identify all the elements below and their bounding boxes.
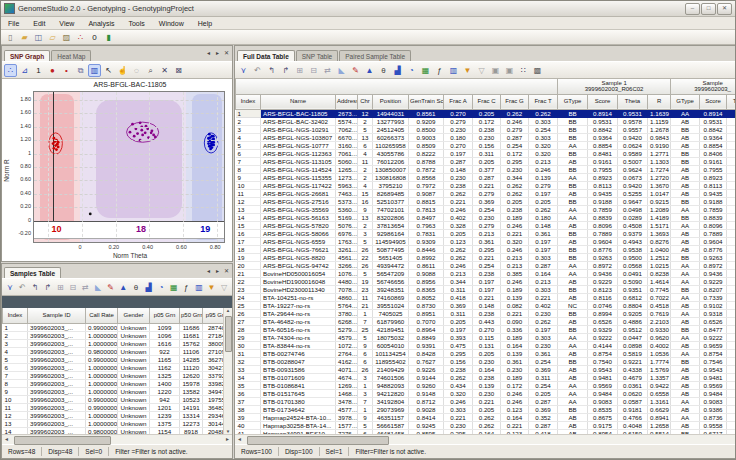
large-point-icon[interactable]: ● [46,64,59,77]
samples-vscroll-thumb[interactable] [225,316,232,352]
table-row[interactable]: 43999602003_...0.9800000Unknown922111062… [3,347,231,355]
columns-icon[interactable]: ▥ [447,64,460,77]
transpose-icon[interactable]: ⇄ [80,281,92,294]
table-row[interactable]: 6ARS-BFGL-NGS-1123637061...4430557860.82… [236,149,736,157]
column-header-frac-t[interactable]: Frac T [529,94,558,109]
filter-rows-icon[interactable]: ⋎ [237,64,250,77]
area-chart-icon[interactable]: ◣ [335,64,348,77]
scroll-tabs-right-icon[interactable]: ▸ [214,267,221,274]
zero-count-label[interactable]: 0 [88,31,101,44]
column-header-gentrain-score[interactable]: GenTrain Score [409,94,444,109]
column-header-frac-a[interactable]: Frac A [444,94,473,109]
save-icon[interactable]: ◫ [32,31,45,44]
theta-plot-icon[interactable]: θ [130,281,142,294]
table-row[interactable]: 8ARS-BFGL-NGS-1145241265...21308500070.7… [236,165,736,173]
table-row[interactable]: 23BovineHD23000113407078...23392483510.8… [236,285,736,293]
theta-plot-icon[interactable]: θ [377,64,390,77]
column-header-gtype[interactable]: GType [671,94,700,109]
menu-file[interactable]: File [1,20,26,27]
scroll-right-icon[interactable]: ► [225,436,230,443]
full-horizontal-scrollbar[interactable]: ◄ ► [235,434,735,444]
snp-scatter-plot[interactable]: 101819 [33,91,225,243]
table-row[interactable]: 2ARS-BFGL-BAC-324025574...2132779930.920… [236,117,736,125]
filter-rows-icon[interactable]: ⋎ [4,281,16,294]
column-header-theta[interactable]: Theta [618,94,648,109]
column-header-r[interactable]: R [648,94,671,109]
function-icon[interactable]: ƒ [433,64,446,77]
single-sample-icon[interactable]: 1 [32,64,45,77]
pie-chart-icon[interactable]: ◔ [405,64,418,77]
scroll-tabs-left-icon[interactable]: ◂ [205,49,212,56]
function-icon[interactable]: ƒ [181,281,193,294]
table-row[interactable]: 73999602003_...1.0000000Unknown132512620… [3,371,231,379]
column-header-gtype[interactable]: GType [558,94,588,109]
table-row[interactable]: 31BTB-002747462764...61011342540.84280.2… [236,349,736,357]
open-project-icon[interactable]: ▰ [18,31,31,44]
scroll-left-icon[interactable]: ◄ [237,436,242,443]
samples-vertical-scrollbar[interactable]: ▲ ▼ [223,308,232,434]
tab-snp-table[interactable]: SNP Table [296,50,338,61]
column-header-frac-c[interactable]: Frac C [473,94,501,109]
image-viewer-icon[interactable]: ▨ [60,31,73,44]
column-header-theta[interactable]: Theta [727,94,735,109]
table-row[interactable]: 24BTA-104251-no-rs4860...11741608690.805… [236,293,736,301]
tab-full-data-table[interactable]: Full Data Table [237,50,295,61]
project-library-icon[interactable]: ▮ [102,31,115,44]
table-row[interactable]: 14ARS-BFGL-NGS-561635169...13832028060.8… [236,213,736,221]
export-all-icon[interactable]: ↱ [42,281,54,294]
close-panel-icon[interactable]: ✕ [223,267,230,274]
table-row[interactable]: 30BTA-83844-no-rs1072...9600540100.93910… [236,341,736,349]
table-row[interactable]: 7ARS-BFGL-NGS-1131055060...11760122060.8… [236,157,736,165]
lasso-select-icon[interactable]: ◌ [130,64,143,77]
table-row[interactable]: 63999602003_...1.0000000Unknown116211120… [3,363,231,371]
select-pointer-icon[interactable]: ↖ [102,64,115,77]
heatmap-icon[interactable]: ▦ [419,64,432,77]
area-chart-icon[interactable]: ◣ [92,281,104,294]
table-row[interactable]: 113999602003_...0.9900000Unknown12011419… [3,403,231,411]
table-row[interactable]: 19ARS-BFGL-NGS-88204561...2256514050.899… [236,253,736,261]
histogram-icon[interactable]: ▟ [391,64,404,77]
table-row[interactable]: 37BTB-017013803478...7341928040.87120.24… [236,397,736,405]
table-row[interactable]: 25BTA-19227-no-rs5764...21395510240.8730… [236,301,736,309]
samples-horizontal-scrollbar[interactable]: ◄ ► [2,434,232,444]
line-plot-icon[interactable]: ⊿ [18,64,31,77]
histogram-icon[interactable]: ▟ [143,281,155,294]
filter-funnel-icon[interactable]: ▼ [206,281,218,294]
table-row[interactable]: 93999602003_...1.0000000Unknown122013582… [3,387,231,395]
table-row[interactable]: 103999602003_...0.9900000Unknown94210523… [3,395,231,403]
tab-snp-graph[interactable]: SNP Graph [4,50,50,61]
table-row[interactable]: 35BTB-010868411269...1948820930.92600.43… [236,381,736,389]
zoom-icon[interactable]: ⌕ [144,64,157,77]
table-row[interactable]: 22BovineHD19000160484480...19567466560.8… [236,277,736,285]
export-displayed-icon[interactable]: ↰ [29,281,41,294]
table-row[interactable]: 123999602003_...1.0000000Unknown12391331… [3,411,231,419]
table-row[interactable]: 23999602003_...1.0000000Unknown109611681… [3,331,231,339]
close-button[interactable]: ✕ [717,3,732,15]
table-row[interactable]: 36BTB-015176451468...3942128200.91480.32… [236,389,736,397]
column-header-p50-grn[interactable]: p50 Grn [180,308,203,323]
table-row[interactable]: 9ARS-BFGL-NGS-1153551273...21308168080.8… [236,173,736,181]
table-row[interactable]: 38BTB-017346424577...1290739690.90280.30… [236,405,736,413]
table-row[interactable]: 40Hapmap30258-BTA-14...1577...5566615870… [236,421,736,429]
table-row[interactable]: 27BTA-46482-no-rs6268...7618799600.70700… [236,317,736,325]
table-row[interactable]: 1ARS-BFGL-BAC-118052673...12149440310.85… [236,109,736,117]
paste-columns-icon[interactable]: ⊟ [307,64,320,77]
lock-columns-icon[interactable]: ▣ [489,64,502,77]
cluster-columns-icon[interactable]: ▥ [88,64,101,77]
new-project-icon[interactable]: ▯ [4,31,17,44]
table-row[interactable]: 29BTA-74304-no-rs4579...5180750320.88490… [236,333,736,341]
column-header-name[interactable]: Name [261,94,336,109]
tab-heat-map[interactable]: Heat Map [51,50,91,61]
column-header-score[interactable]: Score [588,94,618,109]
table-row[interactable]: 21BovineHD05000160541076...5565472090.90… [236,269,736,277]
scatter-dots-icon[interactable]: ∴ [74,31,87,44]
table-row[interactable]: 17ARS-BFGL-NGS-65591763...51145949050.93… [236,237,736,245]
table-row[interactable]: 3ARS-BFGL-NGS-102917062...5245124050.850… [236,125,736,133]
menu-tools[interactable]: Tools [121,20,151,27]
full-hscroll-thumb[interactable] [247,436,389,445]
table-row[interactable]: 143999602003_...0.9800000Unknown11548918… [3,427,231,434]
column-header-position[interactable]: Position [373,94,409,109]
clear-filter-icon[interactable]: ▽ [218,281,230,294]
minimize-button[interactable]: – [685,3,700,15]
restore-points-icon[interactable]: ⊠ [172,64,185,77]
